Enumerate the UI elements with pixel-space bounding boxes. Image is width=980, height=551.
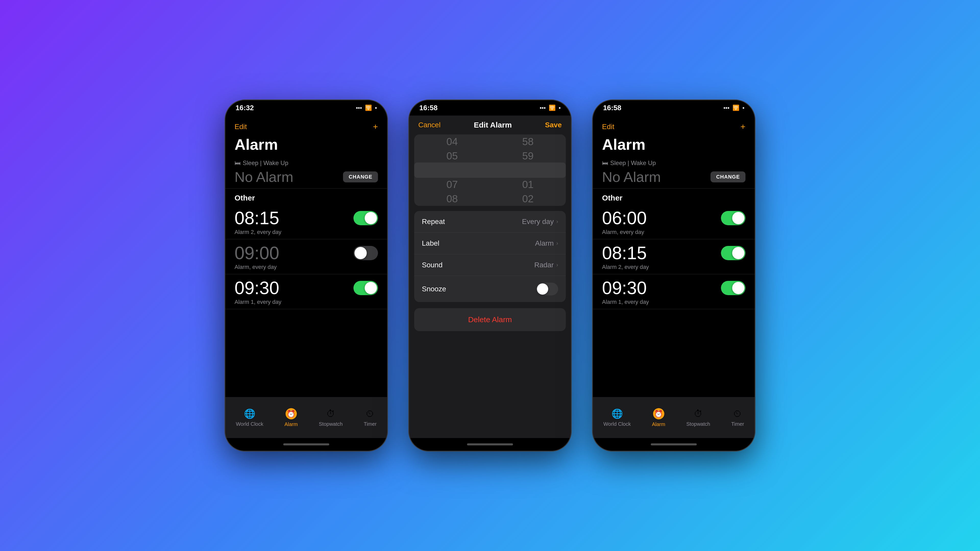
change-button-left[interactable]: CHANGE — [343, 171, 378, 183]
settings-section: Repeat Every day › Label Alarm › Sound R… — [414, 211, 566, 302]
delete-alarm-button[interactable]: Delete Alarm — [414, 308, 566, 331]
phone-left: 16:32 ▪▪▪ 🛜 ▪ Edit + Alarm 🛏 Sleep | Wak… — [224, 100, 388, 451]
alarm-toggle-1-right[interactable] — [721, 246, 746, 260]
minute-02: 02 — [490, 192, 566, 206]
hour-04: 04 — [414, 135, 490, 149]
alarm-sub-2-right: Alarm 1, every day — [602, 299, 746, 305]
repeat-value-text: Every day — [522, 218, 554, 226]
home-bar-middle — [467, 443, 513, 445]
alarm-item-0-right: 06:00 Alarm, every day — [593, 204, 755, 239]
status-bar-left: 16:32 ▪▪▪ 🛜 ▪ — [225, 100, 387, 116]
home-indicator-right — [593, 438, 755, 451]
dynamic-island-left — [286, 104, 327, 113]
add-button-left[interactable]: + — [373, 122, 378, 132]
nav-alarm-label-right: Alarm — [652, 421, 665, 427]
battery-icon: ▪ — [375, 105, 377, 111]
time-picker[interactable]: 03 04 05 06 07 08 09 57 58 59 00 01 02 0… — [414, 135, 566, 206]
alarm-time-0-right: 06:00 — [602, 208, 647, 228]
alarm-main-row-1-right: 08:15 — [602, 243, 746, 263]
wifi-icon-mid: 🛜 — [549, 105, 555, 111]
sleep-time-row-right: No Alarm CHANGE — [602, 168, 746, 185]
add-button-right[interactable]: + — [740, 122, 746, 132]
home-bar-left — [283, 443, 329, 445]
hour-08: 08 — [414, 192, 490, 206]
status-time-left: 16:32 — [235, 104, 254, 112]
home-indicator-left — [225, 438, 387, 451]
nav-alarm-right[interactable]: ⏰ Alarm — [652, 408, 665, 427]
page-title-right: Alarm — [593, 134, 755, 157]
alarm-sub-1-left: Alarm, every day — [234, 264, 378, 270]
minutes-column[interactable]: 57 58 59 00 01 02 03 — [490, 135, 566, 206]
sleep-time-left: No Alarm — [234, 168, 293, 185]
alarm-sub-2-left: Alarm 1, every day — [234, 299, 378, 305]
bottom-nav-right: 🌐 World Clock ⏰ Alarm ⏱ Stopwatch ⏲ Time… — [593, 397, 755, 438]
stopwatch-icon-right: ⏱ — [694, 408, 703, 419]
repeat-chevron-icon: › — [556, 218, 558, 225]
alarm-sub-0-left: Alarm 2, every day — [234, 229, 378, 235]
nav-world-clock-left[interactable]: 🌐 World Clock — [236, 408, 263, 427]
alarm-toggle-2-left[interactable] — [353, 281, 378, 295]
sleep-section-left: 🛏 Sleep | Wake Up No Alarm CHANGE — [225, 157, 387, 189]
nav-world-clock-right[interactable]: 🌐 World Clock — [603, 408, 631, 427]
alarm-toggle-2-right[interactable] — [721, 281, 746, 295]
nav-timer-left[interactable]: ⏲ Timer — [364, 408, 376, 427]
world-clock-icon-right: 🌐 — [611, 408, 623, 419]
save-button[interactable]: Save — [545, 121, 562, 129]
sleep-text-right: Sleep | Wake Up — [610, 159, 656, 167]
edit-button-left[interactable]: Edit — [234, 123, 247, 131]
top-bar-right: Edit + — [593, 116, 755, 134]
minute-00-selected: 00 — [490, 163, 566, 177]
alarm-time-2-left: 09:30 — [234, 278, 279, 298]
alarm-toggle-0-right[interactable] — [721, 211, 746, 225]
repeat-row[interactable]: Repeat Every day › — [414, 211, 566, 233]
other-header-left: Other — [225, 189, 387, 204]
alarm-main-row-0-left: 08:15 — [234, 208, 378, 228]
cancel-button[interactable]: Cancel — [418, 121, 441, 129]
alarm-main-row-0-right: 06:00 — [602, 208, 746, 228]
alarm-item-1-left: 09:00 Alarm, every day — [225, 239, 387, 274]
alarm-icon-right: ⏰ — [653, 408, 664, 419]
label-value: Alarm › — [535, 239, 558, 248]
sleep-time-right: No Alarm — [602, 168, 661, 185]
world-clock-icon-left: 🌐 — [244, 408, 256, 419]
status-icons-middle: ▪▪▪ 🛜 ▪ — [540, 105, 561, 111]
status-icons-right: ▪▪▪ 🛜 ▪ — [724, 105, 745, 111]
alarm-item-2-left: 09:30 Alarm 1, every day — [225, 274, 387, 309]
page-title-left: Alarm — [225, 134, 387, 157]
status-bar-right: 16:58 ▪▪▪ 🛜 ▪ — [593, 100, 755, 116]
bed-icon-right: 🛏 — [602, 159, 608, 167]
nav-stopwatch-right[interactable]: ⏱ Stopwatch — [686, 408, 710, 427]
modal-title: Edit Alarm — [474, 121, 512, 129]
sound-value-text: Radar — [534, 261, 554, 269]
sound-row[interactable]: Sound Radar › — [414, 254, 566, 276]
alarm-toggle-1-left[interactable] — [353, 246, 378, 260]
bottom-nav-left: 🌐 World Clock ⏰ Alarm ⏱ Stopwatch ⏲ Time… — [225, 397, 387, 438]
phone-right: 16:58 ▪▪▪ 🛜 ▪ Edit + Alarm 🛏 Sleep | Wak… — [592, 100, 756, 451]
alarm-main-row-1-left: 09:00 — [234, 243, 378, 263]
label-row[interactable]: Label Alarm › — [414, 233, 566, 254]
edit-button-right[interactable]: Edit — [602, 123, 614, 131]
nav-stopwatch-left[interactable]: ⏱ Stopwatch — [319, 408, 342, 427]
alarm-time-2-right: 09:30 — [602, 278, 647, 298]
label-value-text: Alarm — [535, 239, 554, 248]
sleep-time-row-left: No Alarm CHANGE — [234, 168, 378, 185]
hour-06-selected: 06 — [414, 163, 490, 177]
sleep-text-left: Sleep | Wake Up — [243, 159, 288, 167]
nav-timer-right[interactable]: ⏲ Timer — [731, 408, 744, 427]
alarm-toggle-0-left[interactable] — [353, 211, 378, 225]
snooze-toggle[interactable] — [536, 283, 558, 295]
change-button-right[interactable]: CHANGE — [711, 171, 746, 183]
nav-stopwatch-label-left: Stopwatch — [319, 421, 342, 427]
status-bar-middle: 16:58 ▪▪▪ 🛜 ▪ — [409, 100, 571, 116]
top-bar-left: Edit + — [225, 116, 387, 134]
nav-world-clock-label-left: World Clock — [236, 421, 263, 427]
snooze-toggle-knob — [537, 283, 548, 295]
timer-icon-right: ⏲ — [733, 408, 742, 419]
nav-alarm-left[interactable]: ⏰ Alarm — [284, 408, 298, 427]
minute-59: 59 — [490, 149, 566, 163]
hours-column[interactable]: 03 04 05 06 07 08 09 — [414, 135, 490, 206]
wifi-icon: 🛜 — [365, 105, 372, 111]
screen-left: Edit + Alarm 🛏 Sleep | Wake Up No Alarm … — [225, 116, 387, 397]
status-icons-left: ▪▪▪ 🛜 ▪ — [356, 105, 377, 111]
alarm-item-2-right: 09:30 Alarm 1, every day — [593, 274, 755, 309]
